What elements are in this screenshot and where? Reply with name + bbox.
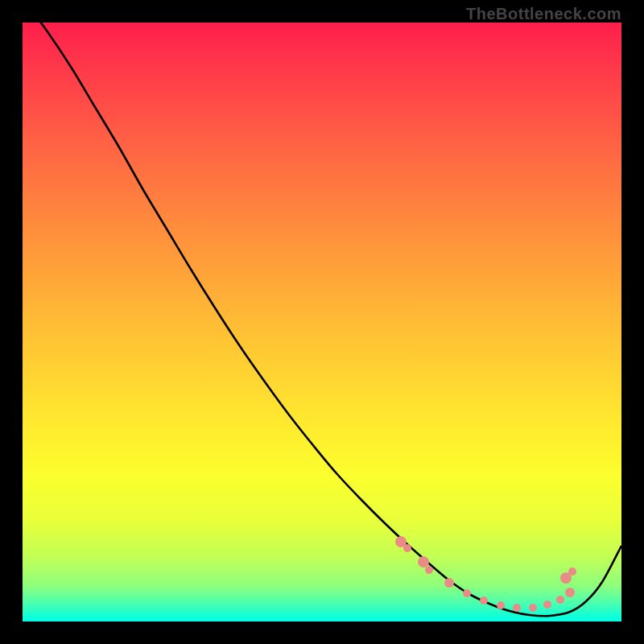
curve-marker — [529, 604, 537, 612]
curve-marker — [418, 556, 429, 568]
curve-marker — [425, 566, 433, 574]
curve-marker — [444, 578, 454, 588]
curve-marker — [543, 601, 551, 609]
bottleneck-curve — [23, 23, 621, 616]
curve-marker — [556, 596, 564, 604]
chart-canvas: TheBottleneck.com — [0, 0, 644, 644]
curve-marker — [403, 544, 411, 552]
curve-markers — [395, 536, 576, 612]
curve-marker — [565, 588, 575, 597]
curve-layer — [23, 23, 621, 621]
curve-marker — [568, 568, 576, 576]
curve-marker — [463, 589, 471, 597]
plot-area — [23, 23, 621, 621]
curve-marker — [480, 597, 488, 605]
curve-marker — [497, 601, 505, 609]
curve-marker — [513, 604, 521, 612]
attribution-text: TheBottleneck.com — [466, 5, 621, 23]
